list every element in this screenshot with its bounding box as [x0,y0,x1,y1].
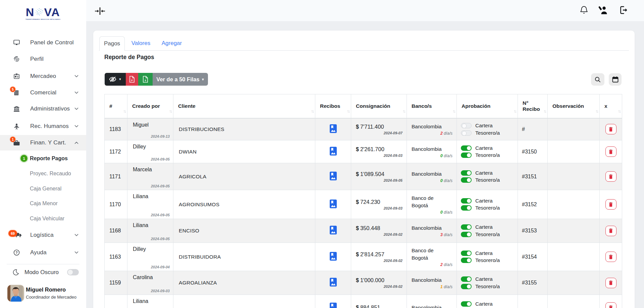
svg-text:x̄: x̄ [145,79,146,82]
svg-text:P: P [131,79,133,82]
svg-text:?: ? [15,251,17,255]
